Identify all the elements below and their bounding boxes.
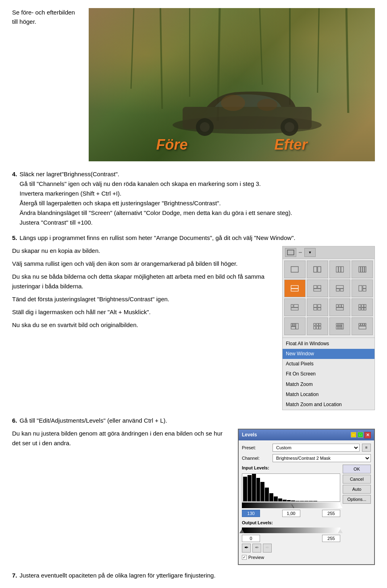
svg-rect-22 xyxy=(318,286,321,288)
grid-icon-2[interactable] xyxy=(307,261,328,278)
svg-rect-38 xyxy=(339,304,341,307)
eyedropper-black-button[interactable]: ✒ xyxy=(242,544,251,553)
input-value-white[interactable] xyxy=(322,510,340,517)
hero-image: Före Efter xyxy=(89,8,375,161)
step-6-line2: Du kan nu justera bilden genom att göra … xyxy=(12,430,223,446)
levels-close-button[interactable]: ✕ xyxy=(364,432,371,438)
svg-rect-47 xyxy=(291,323,292,326)
grid-icon-1[interactable] xyxy=(284,261,306,278)
input-value-mid[interactable] xyxy=(282,510,300,517)
maximize-button[interactable]: □ xyxy=(358,432,363,438)
menu-match-zoom-and-location[interactable]: Match Zoom and Location xyxy=(283,400,375,410)
step-7-text: Justera eventuellt opaciteten på de olik… xyxy=(20,571,216,580)
output-slider-black[interactable] xyxy=(239,529,244,533)
input-value-black[interactable] xyxy=(242,510,260,517)
grid-icon-13[interactable] xyxy=(284,317,306,335)
levels-main-area: Input Levels: xyxy=(242,465,371,561)
input-slider-track[interactable] xyxy=(242,503,340,508)
menu-actual-pixels[interactable]: Actual Pixels xyxy=(283,359,375,369)
eyedropper-row: ✒ ✒ ✒ xyxy=(242,544,340,553)
grid-icon-16[interactable] xyxy=(352,317,373,335)
menu-fit-on-screen[interactable]: Fit On Screen xyxy=(283,369,375,379)
svg-rect-60 xyxy=(340,323,342,325)
page: Se före- och efterbilden till höger. xyxy=(0,0,387,588)
svg-rect-37 xyxy=(336,304,338,307)
grid-icon-3[interactable] xyxy=(329,261,351,278)
preview-checkbox[interactable]: ✓ xyxy=(242,555,247,560)
svg-rect-46 xyxy=(364,308,366,310)
grid-icon-11[interactable] xyxy=(329,298,351,316)
svg-rect-16 xyxy=(361,267,362,272)
output-values-row xyxy=(242,535,340,542)
menu-float-all-windows[interactable]: Float All in Windows xyxy=(283,339,375,349)
levels-right-buttons: OK Cancel Auto Options... xyxy=(343,465,371,561)
grid-icon-5-active[interactable] xyxy=(284,279,306,297)
output-value-white[interactable] xyxy=(322,535,340,542)
menu-match-location[interactable]: Match Location xyxy=(283,390,375,400)
step-6-intro: Gå till "Edit/Adjustments/Levels" (eller… xyxy=(20,416,167,425)
step-5-p4: Tänd det första justeringslagret "Bright… xyxy=(12,294,274,304)
grid-icon-7[interactable] xyxy=(329,279,351,297)
svg-rect-65 xyxy=(359,323,360,325)
grid-icon-6[interactable] xyxy=(307,279,328,297)
levels-input-label: Input Levels: xyxy=(242,465,340,472)
output-value-black[interactable] xyxy=(242,535,260,542)
levels-left-area: Input Levels: xyxy=(242,465,340,561)
svg-rect-31 xyxy=(294,304,298,307)
svg-rect-49 xyxy=(294,323,295,326)
step-6-body: Du kan nu justera bilden genom att göra … xyxy=(12,429,375,565)
histogram-bars xyxy=(242,474,340,501)
arrange-toolbar-row1: ▼ xyxy=(283,246,375,259)
section-6: 6. Gå till "Edit/Adjustments/Levels" (el… xyxy=(12,416,375,565)
menu-match-zoom[interactable]: Match Zoom xyxy=(283,379,375,390)
grid-icon-15[interactable] xyxy=(329,317,351,335)
grid-icon-4[interactable] xyxy=(352,261,373,278)
step-5-header: 5. Längs upp i programmet finns en rulli… xyxy=(12,233,375,243)
input-values-row xyxy=(242,510,340,517)
svg-rect-63 xyxy=(340,326,342,329)
levels-ok-button[interactable]: OK xyxy=(343,465,371,473)
levels-channel-select[interactable]: Brightness/Contrast 2 Mask xyxy=(273,454,371,462)
input-slider-white[interactable] xyxy=(338,504,343,508)
toolbar-single-icon[interactable] xyxy=(285,248,296,257)
svg-rect-45 xyxy=(362,308,364,310)
levels-preset-label: Preset: xyxy=(242,444,270,452)
svg-rect-12 xyxy=(336,267,338,272)
levels-options-button[interactable]: Options... xyxy=(343,495,371,504)
eyedropper-gray-button[interactable]: ✒ xyxy=(252,544,261,553)
levels-dialog: Levels ─ □ ✕ Preset: Custom xyxy=(238,429,375,565)
grid-icon-14[interactable] xyxy=(307,317,328,335)
svg-rect-13 xyxy=(339,267,341,272)
menu-new-window[interactable]: New Window xyxy=(283,349,375,359)
levels-dots-button[interactable]: ≡ xyxy=(362,444,371,452)
step-7-number: 7. xyxy=(12,571,17,580)
levels-preset-select[interactable]: Custom xyxy=(273,444,360,452)
eyedropper-white-button[interactable]: ✒ xyxy=(263,544,272,553)
preview-row: ✓ Preview xyxy=(242,554,340,561)
levels-cancel-button[interactable]: Cancel xyxy=(343,475,371,484)
svg-rect-62 xyxy=(338,326,340,329)
svg-rect-39 xyxy=(341,304,343,307)
svg-rect-19 xyxy=(291,286,298,288)
svg-rect-27 xyxy=(359,286,362,291)
grid-icon-12[interactable] xyxy=(352,298,373,316)
svg-point-5 xyxy=(200,122,210,132)
minimize-button[interactable]: ─ xyxy=(351,432,356,438)
grid-icon-8[interactable] xyxy=(352,279,373,297)
svg-rect-8 xyxy=(287,250,294,255)
side-text-content: Se före- och efterbilden till höger. xyxy=(12,9,75,25)
step-4-line3: Invertera markeringen (Shift + Ctrl +I). xyxy=(20,189,375,198)
levels-auto-button[interactable]: Auto xyxy=(343,485,371,494)
toolbar-dropdown-icon[interactable]: ▼ xyxy=(304,248,316,257)
svg-rect-59 xyxy=(338,323,340,325)
grid-icon-10[interactable] xyxy=(307,298,328,316)
levels-channel-label: Channel: xyxy=(242,455,270,462)
svg-point-7 xyxy=(285,122,294,132)
svg-rect-21 xyxy=(314,286,317,288)
step-4-number: 4. xyxy=(12,169,17,227)
grid-icon-9[interactable] xyxy=(284,298,306,316)
step-6-left-text: Du kan nu justera bilden genom att göra … xyxy=(12,429,230,448)
input-slider-mid[interactable] xyxy=(289,504,293,508)
output-slider-white[interactable] xyxy=(338,529,343,533)
output-slider-track[interactable] xyxy=(242,528,340,533)
